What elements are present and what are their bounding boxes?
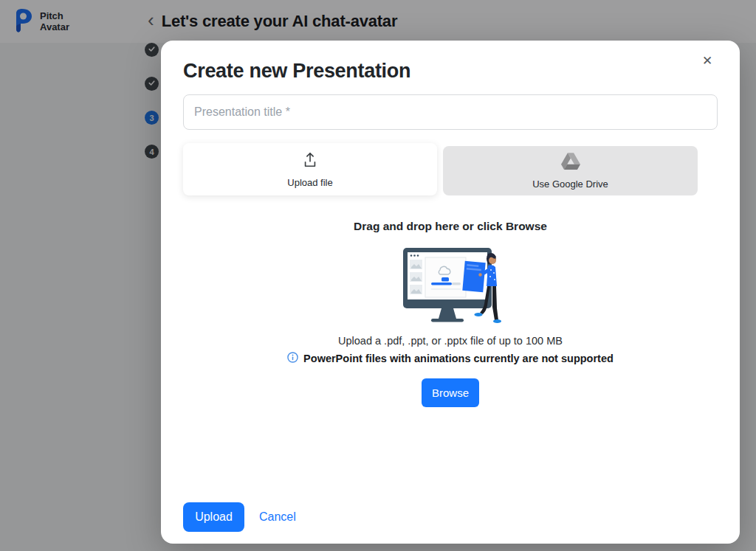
tab-upload-file-label: Upload file [287,177,332,188]
file-requirements-text: Upload a .pdf, .ppt, or .pptx file of up… [183,335,718,347]
tab-use-google-drive[interactable]: Use Google Drive [443,146,698,195]
cancel-button[interactable]: Cancel [259,510,296,524]
upload-button[interactable]: Upload [183,502,244,532]
source-tabs: Upload file Use Google Drive [183,143,718,195]
upload-icon [302,151,318,171]
close-button[interactable]: ✕ [698,52,716,70]
file-dropzone[interactable]: Drag and drop here or click Browse [183,220,718,407]
info-icon [287,352,298,365]
tab-upload-file[interactable]: Upload file [183,143,437,195]
create-presentation-modal: ✕ Create new Presentation Upload file [161,41,740,544]
google-drive-icon [561,153,580,173]
tab-use-google-drive-label: Use Google Drive [532,179,608,190]
animations-warning: PowerPoint files with animations current… [183,352,718,365]
browse-button[interactable]: Browse [422,378,479,407]
presentation-title-input[interactable] [183,94,718,130]
upload-illustration [183,243,718,329]
animations-warning-text: PowerPoint files with animations current… [303,353,614,364]
modal-footer: Upload Cancel [183,502,296,532]
dropzone-headline: Drag and drop here or click Browse [183,220,718,233]
modal-title: Create new Presentation [183,60,718,83]
